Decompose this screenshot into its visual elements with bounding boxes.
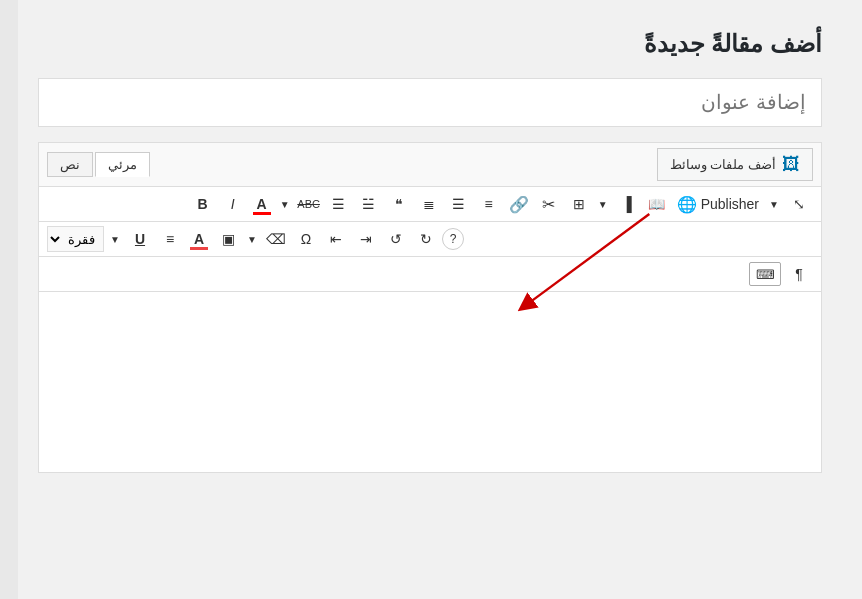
paragraph-mark-button[interactable]: ¶ bbox=[785, 261, 813, 287]
expand-button[interactable]: ⤡ bbox=[785, 191, 813, 217]
paragraph-select[interactable]: فقرة bbox=[47, 226, 104, 252]
unlink-button[interactable]: ✂ bbox=[535, 191, 563, 217]
editor-tabs: مرئي نص 🖼 أضف ملفات وسائط bbox=[39, 143, 821, 187]
title-input-wrapper bbox=[38, 78, 822, 127]
editor-content[interactable] bbox=[39, 292, 821, 472]
media2-dropdown[interactable]: ▼ bbox=[244, 226, 260, 252]
outdent-button[interactable]: ⇤ bbox=[322, 226, 350, 252]
bold-button[interactable]: B bbox=[189, 191, 217, 217]
columns-button[interactable]: ▐ bbox=[613, 191, 641, 217]
indent-button[interactable]: ⇥ bbox=[352, 226, 380, 252]
strikethrough-button[interactable]: ABC bbox=[295, 191, 323, 217]
left-sidebar bbox=[0, 0, 18, 599]
align-left-button[interactable]: ≡ bbox=[475, 191, 503, 217]
blockquote-button[interactable]: ❝ bbox=[385, 191, 413, 217]
font-color2-a: A bbox=[194, 231, 204, 247]
keyboard-button[interactable]: ⌨ bbox=[749, 262, 781, 286]
publisher-icon: 🌐 bbox=[677, 195, 697, 214]
book-icon-button[interactable]: 📖 bbox=[643, 191, 671, 217]
toolbar-row1: ⤡ ▼ Publisher 🌐 📖 ▐ ▼ ⊞ ✂ 🔗 ≡ ☰ ≣ ❝ ☱ ☰ … bbox=[39, 187, 821, 222]
help-button[interactable]: ? bbox=[442, 228, 464, 250]
add-media-button[interactable]: 🖼 أضف ملفات وسائط bbox=[657, 148, 813, 181]
font-color-underline bbox=[253, 212, 271, 215]
omega-button[interactable]: Ω bbox=[292, 226, 320, 252]
underline-button[interactable]: U bbox=[126, 226, 154, 252]
font-color-button[interactable]: A bbox=[249, 191, 275, 217]
page-title: أضف مقالةً جديدةً bbox=[18, 20, 842, 78]
font-color2-underline bbox=[190, 247, 208, 250]
align-center-button[interactable]: ☰ bbox=[445, 191, 473, 217]
eraser-button[interactable]: ⌫ bbox=[262, 226, 290, 252]
redo-button[interactable]: ↻ bbox=[412, 226, 440, 252]
align-justify-button[interactable]: ≡ bbox=[156, 226, 184, 252]
publisher-text: Publisher bbox=[701, 196, 759, 212]
toolbar-row2: فقرة ▼ U ≡ A ▣ ▼ ⌫ Ω ⇤ ⇥ ↺ ↻ ? bbox=[39, 222, 821, 257]
publisher-label: Publisher 🌐 bbox=[673, 195, 763, 214]
font-color-a: A bbox=[257, 196, 267, 212]
tabs-group: مرئي نص bbox=[47, 152, 150, 177]
add-media-label: أضف ملفات وسائط bbox=[670, 157, 776, 172]
tab-text[interactable]: نص bbox=[47, 152, 93, 177]
dropdown-arrow2-button[interactable]: ▼ bbox=[106, 226, 124, 252]
ul-button[interactable]: ☰ bbox=[325, 191, 353, 217]
media-icon: 🖼 bbox=[782, 154, 800, 175]
font-dropdown-button[interactable]: ▼ bbox=[277, 191, 293, 217]
ol-button[interactable]: ☱ bbox=[355, 191, 383, 217]
columns-dropdown-button[interactable]: ▼ bbox=[595, 191, 611, 217]
undo-button[interactable]: ↺ bbox=[382, 226, 410, 252]
table-button[interactable]: ⊞ bbox=[565, 191, 593, 217]
italic-button[interactable]: I bbox=[219, 191, 247, 217]
title-input[interactable] bbox=[39, 79, 821, 126]
toolbar-row3: ¶ ⌨ bbox=[39, 257, 821, 292]
align-right-button[interactable]: ≣ bbox=[415, 191, 443, 217]
tab-visual[interactable]: مرئي bbox=[95, 152, 150, 177]
font-color2-button[interactable]: A bbox=[186, 226, 212, 252]
link-button[interactable]: 🔗 bbox=[505, 191, 533, 217]
media2-button[interactable]: ▣ bbox=[214, 226, 242, 252]
editor-container: مرئي نص 🖼 أضف ملفات وسائط ⤡ ▼ Publisher … bbox=[38, 142, 822, 473]
dropdown-arrow-button[interactable]: ▼ bbox=[765, 191, 783, 217]
